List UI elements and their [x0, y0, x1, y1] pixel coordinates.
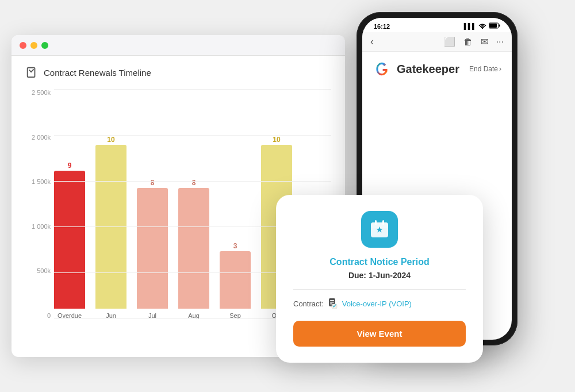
due-prefix: Due: [348, 271, 366, 280]
gatekeeper-logo [373, 60, 391, 78]
popup-card: Contract Notice Period Due: 1-Jun-2024 C… [276, 195, 483, 363]
svg-rect-7 [375, 220, 377, 225]
end-date-label: End Date › [469, 65, 501, 73]
gatekeeper-title: Gatekeeper [397, 63, 459, 76]
signal-icon: ▌▌▌ [464, 23, 476, 29]
bar-label-jun: Jun [106, 312, 116, 319]
contract-doc-icon [327, 298, 339, 309]
y-label-1000k: 1 000k [25, 223, 51, 230]
more-icon[interactable]: ··· [496, 37, 504, 47]
bar-rect-sep [220, 251, 251, 309]
back-icon[interactable]: ‹ [370, 36, 374, 48]
svg-rect-12 [330, 302, 334, 303]
svg-rect-2 [499, 25, 500, 27]
bar-rect-jun [95, 145, 126, 309]
bar-count-aug: 8 [192, 179, 196, 187]
bar-jun: 10 Jun [95, 136, 126, 319]
maximize-dot [41, 42, 48, 49]
bar-aug: 8 Aug [178, 179, 209, 319]
bar-sep: 3 Sep [220, 242, 251, 319]
view-event-button[interactable]: View Event [293, 321, 466, 347]
bar-label-aug: Aug [188, 312, 200, 319]
share-icon[interactable]: ⬜ [444, 36, 455, 47]
contract-prefix: Contract: [293, 299, 324, 308]
y-label-2000k: 2 000k [25, 134, 51, 141]
phone-status-bar: 16:12 ▌▌▌ [362, 18, 512, 32]
bar-count-jul: 8 [151, 179, 155, 187]
bar-rect-overdue [54, 171, 85, 309]
scene: Contract Renewals Timeline 2 500k 2 000k… [12, 12, 564, 380]
browser-titlebar [12, 35, 345, 56]
popup-icon-circle [361, 211, 398, 248]
popup-divider [293, 289, 466, 290]
chart-title: Contract Renewals Timeline [44, 68, 151, 78]
contract-link[interactable]: Voice-over-IP (VOIP) [342, 299, 412, 308]
bar-count-overdue: 9 [68, 162, 72, 170]
svg-rect-3 [489, 24, 497, 28]
y-axis: 2 500k 2 000k 1 500k 1 000k 500k 0 [25, 89, 51, 336]
popup-icon-wrap [293, 211, 466, 248]
calendar-star-icon [369, 219, 390, 240]
bar-rect-aug [178, 188, 209, 309]
bar-rect-jul [137, 188, 168, 309]
bar-jul: 8 Jul [137, 179, 168, 319]
bar-count-oct: 10 [273, 136, 280, 144]
y-label-500k: 500k [25, 267, 51, 274]
wifi-icon [478, 22, 486, 30]
bar-overdue: 9 Overdue [54, 162, 85, 319]
chart-icon [25, 66, 38, 79]
bar-label-jul: Jul [148, 312, 156, 319]
svg-rect-8 [382, 220, 384, 225]
y-label-2500k: 2 500k [25, 89, 51, 96]
status-icons: ▌▌▌ [464, 22, 500, 30]
y-label-0: 0 [25, 312, 51, 319]
phone-time: 16:12 [374, 23, 390, 30]
phone-nav-icons: ⬜ 🗑 ✉ ··· [444, 36, 504, 47]
reply-icon[interactable]: ✉ [481, 36, 488, 47]
svg-rect-11 [330, 300, 334, 301]
phone-nav-bar: ‹ ⬜ 🗑 ✉ ··· [362, 32, 512, 52]
trash-icon[interactable]: 🗑 [463, 37, 473, 47]
minimize-dot [30, 42, 37, 49]
close-dot [20, 42, 26, 49]
bar-label-overdue: Overdue [57, 312, 82, 319]
notice-period-link[interactable]: Contract Notice Period [293, 257, 466, 267]
chart-header: Contract Renewals Timeline [25, 66, 331, 79]
gatekeeper-header: Gatekeeper End Date › [362, 52, 512, 84]
due-date-value: 1-Jun-2024 [369, 271, 411, 280]
bar-count-jun: 10 [107, 136, 114, 144]
popup-contract-row: Contract: Voice-over-IP (VOIP) [293, 298, 466, 309]
bar-count-sep: 3 [233, 242, 237, 250]
battery-icon [489, 22, 500, 30]
y-label-1500k: 1 500k [25, 178, 51, 185]
popup-due-date: Due: 1-Jun-2024 [293, 271, 466, 280]
phone-wrapper: 16:12 ▌▌▌ [356, 12, 518, 345]
bar-label-sep: Sep [229, 312, 241, 319]
